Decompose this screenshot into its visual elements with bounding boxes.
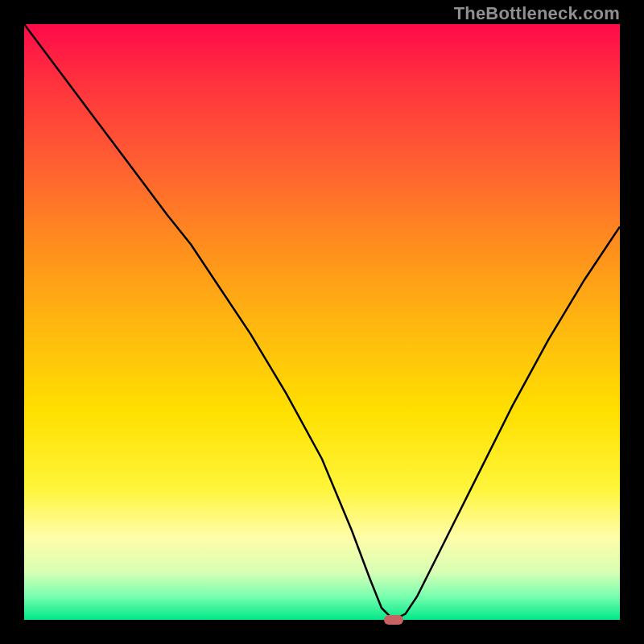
plot-area <box>24 24 620 620</box>
chart-container: TheBottleneck.com <box>0 0 644 644</box>
optimum-marker <box>384 615 403 625</box>
curve-path <box>24 24 620 620</box>
watermark-text: TheBottleneck.com <box>454 3 620 24</box>
bottleneck-curve <box>24 24 620 620</box>
